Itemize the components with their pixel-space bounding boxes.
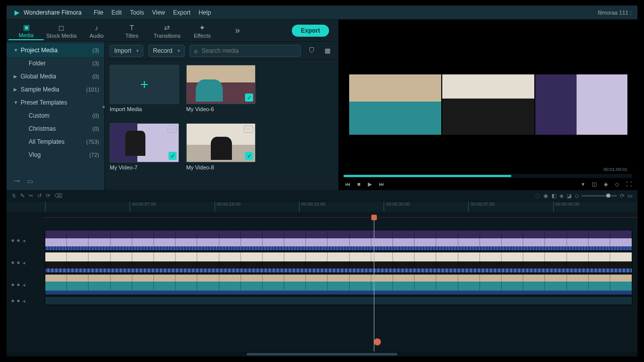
menu-tools[interactable]: Tools xyxy=(130,9,144,16)
media-item-video-6[interactable]: ▭ ✓ My Video-6 xyxy=(186,65,257,118)
preview-panel: 00:01:00:01 ⏮ ■ ▶ ⏭ ▾ ◫ ◈ ◇ ⛶ xyxy=(339,20,637,190)
sidebar-christmas[interactable]: Christmas (0) xyxy=(7,122,104,135)
mark-in-icon[interactable]: ◈ xyxy=(603,181,609,188)
preview-pane xyxy=(442,74,534,135)
top-row: ▣ Media ◻ Stock Media ♪ Audio T Titles ⇄ xyxy=(7,20,637,191)
tab-stock-media[interactable]: ◻ Stock Media xyxy=(44,22,79,40)
zoom-slider[interactable] xyxy=(582,195,617,197)
timeline-scrollbar[interactable] xyxy=(7,351,637,356)
caret-down-icon: ▼ xyxy=(14,48,21,53)
clip-audio[interactable] xyxy=(45,296,632,305)
tracks-area[interactable]: ◂ ◂ ◂ ◂ xyxy=(7,218,637,351)
track-video-3[interactable]: ◂ xyxy=(7,230,637,251)
sidebar-folder[interactable]: Folder (3) xyxy=(7,57,104,70)
zoom-fit-icon[interactable]: ⟳ xyxy=(620,193,624,199)
stock-icon: ◻ xyxy=(58,24,64,32)
audio-icon: ♪ xyxy=(95,24,99,32)
tab-media[interactable]: ▣ Media xyxy=(9,21,44,40)
playhead[interactable] xyxy=(374,218,374,351)
marker-icon[interactable]: ◧ xyxy=(551,193,556,199)
edit-icon[interactable]: ✎ xyxy=(20,193,25,199)
snapshot-icon[interactable]: ◫ xyxy=(591,181,598,188)
undo-icon[interactable]: ↯ xyxy=(12,193,16,199)
timeline-toolbar: ↯ ✎ ✂ ↺ ⟳ ⌫ ◌ ◉ ◧ ◈ ◪ ◇ ⟳ ▭ xyxy=(7,191,637,202)
view-mode-icon[interactable]: ▦ xyxy=(322,47,333,54)
sidebar-preset-templates[interactable]: ▼ Preset Templates xyxy=(7,96,104,109)
project-indicator: filmoraa 111 : xyxy=(598,10,631,16)
export-button[interactable]: Export xyxy=(292,25,329,37)
sidebar-vlog[interactable]: Vlog (72) xyxy=(7,148,104,161)
next-frame-icon[interactable]: ⏭ xyxy=(378,181,385,187)
media-icon: ▣ xyxy=(23,23,30,31)
track-head[interactable]: ◂ xyxy=(7,282,45,288)
sidebar-all-templates[interactable]: All Templates (753) xyxy=(7,135,104,148)
tab-audio[interactable]: ♪ Audio xyxy=(79,22,114,40)
menu-view[interactable]: View xyxy=(152,9,165,16)
sidebar-custom[interactable]: Custom (0) xyxy=(7,109,104,122)
quality-icon[interactable]: ▾ xyxy=(581,181,586,188)
media-sidebar: ▼ Project Media (3) Folder (3) ▶ Global … xyxy=(7,42,105,190)
media-item-video-8[interactable]: ▭ ✓ My Video-8 xyxy=(186,123,257,176)
mark-out-icon[interactable]: ◇ xyxy=(614,181,620,188)
filter-icon[interactable]: ⛉ xyxy=(306,47,317,54)
snap-icon[interactable]: ◪ xyxy=(567,193,572,199)
new-folder-icon[interactable]: ⭲ xyxy=(14,177,20,185)
track-video-1[interactable]: ◂ xyxy=(7,274,637,295)
preview-canvas[interactable] xyxy=(339,20,637,174)
time-ruler[interactable]: 00:00:07:00 00:00:15:00 00:00:22:00 00:0… xyxy=(7,202,637,212)
sidebar-sample-media[interactable]: ▶ Sample Media (101) xyxy=(7,83,104,96)
delete-icon[interactable]: ⌫ xyxy=(54,193,62,199)
stop-icon[interactable]: ■ xyxy=(356,181,362,187)
menu-export[interactable]: Export xyxy=(173,9,191,16)
render-icon[interactable]: ◌ xyxy=(535,193,540,199)
menu-file[interactable]: File xyxy=(94,9,103,16)
folder-icon[interactable]: ▭ xyxy=(27,177,33,185)
sidebar-project-media[interactable]: ▼ Project Media (3) xyxy=(7,44,104,57)
forward-icon[interactable]: ⟳ xyxy=(46,193,50,199)
sidebar-global-media[interactable]: ▶ Global Media (0) xyxy=(7,70,104,83)
preview-pane xyxy=(349,74,441,135)
menu-help[interactable]: Help xyxy=(199,9,211,16)
preview-scrubbar[interactable]: 00:01:00:01 xyxy=(344,174,632,178)
clip-video-7[interactable] xyxy=(45,230,632,251)
tabs-overflow-icon[interactable]: » xyxy=(230,23,245,38)
search-box[interactable]: ⌕ xyxy=(190,45,301,57)
track-head[interactable]: ◂ xyxy=(7,298,45,304)
menu-edit[interactable]: Edit xyxy=(112,9,122,16)
import-dropdown[interactable]: Import ▾ xyxy=(110,45,143,57)
back-icon[interactable]: ↺ xyxy=(37,193,42,199)
zoom-full-icon[interactable]: ▭ xyxy=(627,193,632,199)
chevron-down-icon: ▾ xyxy=(178,48,180,53)
fullscreen-icon[interactable]: ⛶ xyxy=(625,181,632,187)
caret-right-icon: ▶ xyxy=(14,87,21,92)
track-audio-1[interactable]: ◂ xyxy=(7,296,637,305)
track-head[interactable]: ◂ xyxy=(7,260,45,265)
track-head[interactable]: ◂ xyxy=(7,238,45,243)
clip-video-8[interactable] xyxy=(45,252,632,273)
media-item-video-7[interactable]: ▭ ✓ My Video-7 xyxy=(110,123,180,176)
prev-frame-icon[interactable]: ⏮ xyxy=(344,181,351,187)
collapse-handle-icon[interactable]: ◂ xyxy=(102,104,105,109)
link-icon[interactable]: ◇ xyxy=(575,193,579,199)
tab-titles[interactable]: T Titles xyxy=(114,22,149,40)
search-input[interactable] xyxy=(202,47,296,54)
chevron-down-icon: ▾ xyxy=(136,48,139,53)
play-icon[interactable]: ▶ xyxy=(367,181,373,188)
split-icon[interactable]: ✂ xyxy=(29,193,33,199)
import-media-tile[interactable]: + Import Media xyxy=(110,65,180,118)
clip-video-6[interactable] xyxy=(45,274,632,295)
plus-icon: + xyxy=(140,76,148,93)
proxy-icon: ▭ xyxy=(244,67,253,74)
mixer-icon[interactable]: ◈ xyxy=(559,193,564,199)
record-dropdown[interactable]: Record ▾ xyxy=(148,45,185,57)
record-vo-icon[interactable]: ◉ xyxy=(543,193,548,199)
voiceover-cursor-icon[interactable] xyxy=(374,338,381,345)
tab-effects[interactable]: ✦ Effects xyxy=(185,22,220,40)
tab-transitions[interactable]: ⇄ Transitions xyxy=(149,22,185,40)
track-video-2[interactable]: ◂ xyxy=(7,252,637,273)
titles-icon: T xyxy=(130,24,134,32)
titlebar: ▶ Wondershare Filmora File Edit Tools Vi… xyxy=(7,6,637,20)
transitions-icon: ⇄ xyxy=(164,24,170,32)
main-menu: File Edit Tools View Export Help xyxy=(94,9,211,16)
proxy-icon: ▭ xyxy=(244,126,253,133)
